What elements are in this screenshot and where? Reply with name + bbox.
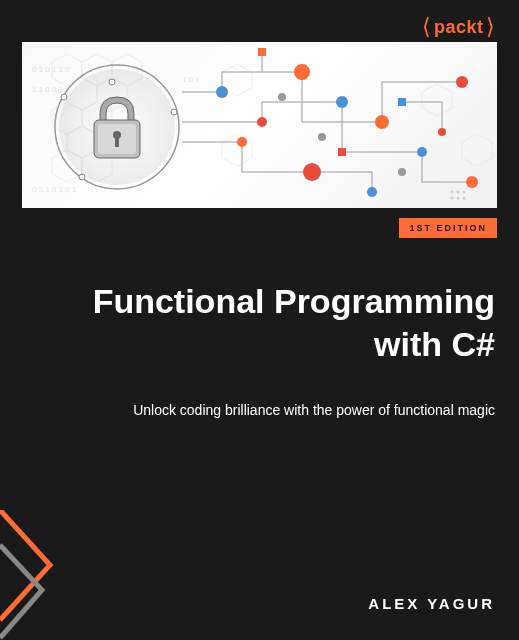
book-title: Functional Programming with C# xyxy=(24,280,495,365)
svg-point-49 xyxy=(463,191,466,194)
svg-point-21 xyxy=(109,79,115,85)
svg-point-41 xyxy=(278,93,286,101)
tech-network-illustration: 0 1 0 1 1 0 1 1 0 0 1 0 1 1 0 1 0 1 1 0 … xyxy=(22,42,497,208)
hero-illustration: 0 1 0 1 1 0 1 1 0 0 1 0 1 1 0 1 0 1 1 0 … xyxy=(22,42,497,208)
svg-point-38 xyxy=(367,187,377,197)
svg-point-24 xyxy=(79,174,85,180)
publisher-name: packt xyxy=(434,17,484,38)
svg-point-30 xyxy=(294,64,310,80)
svg-point-36 xyxy=(417,147,427,157)
book-subtitle: Unlock coding brilliance with the power … xyxy=(120,400,495,421)
svg-point-34 xyxy=(303,163,321,181)
svg-text:0 1 0 1 1 0: 0 1 0 1 1 0 xyxy=(32,65,70,74)
svg-point-31 xyxy=(257,117,267,127)
svg-point-23 xyxy=(61,94,67,100)
svg-point-52 xyxy=(463,197,466,200)
svg-point-33 xyxy=(237,137,247,147)
svg-marker-13 xyxy=(222,134,252,166)
svg-point-29 xyxy=(216,86,228,98)
svg-marker-12 xyxy=(422,84,452,116)
corner-chevron-icon xyxy=(0,510,80,640)
svg-point-47 xyxy=(451,191,454,194)
svg-point-40 xyxy=(438,128,446,136)
svg-point-50 xyxy=(451,197,454,200)
angle-left-icon: ⟨ xyxy=(422,14,432,40)
svg-point-43 xyxy=(398,168,406,176)
svg-point-51 xyxy=(457,197,460,200)
svg-text:1 1 0 0 1: 1 1 0 0 1 xyxy=(32,85,64,94)
author-name: ALEX YAGUR xyxy=(368,595,495,612)
svg-point-39 xyxy=(466,176,478,188)
publisher-logo: ⟨packt⟩ xyxy=(422,14,495,40)
svg-rect-45 xyxy=(398,98,406,106)
svg-point-37 xyxy=(456,76,468,88)
svg-rect-28 xyxy=(115,137,119,147)
angle-right-icon: ⟩ xyxy=(486,14,496,40)
svg-point-32 xyxy=(336,96,348,108)
svg-text:1 0 1: 1 0 1 xyxy=(182,75,200,84)
svg-point-22 xyxy=(171,109,177,115)
svg-rect-46 xyxy=(338,148,346,156)
edition-badge: 1ST EDITION xyxy=(399,218,497,238)
svg-rect-44 xyxy=(258,48,266,56)
svg-marker-14 xyxy=(462,134,492,166)
svg-point-48 xyxy=(457,191,460,194)
svg-text:0 1 1 0 1 0 1: 0 1 1 0 1 0 1 xyxy=(32,185,77,194)
svg-point-42 xyxy=(318,133,326,141)
svg-point-35 xyxy=(375,115,389,129)
